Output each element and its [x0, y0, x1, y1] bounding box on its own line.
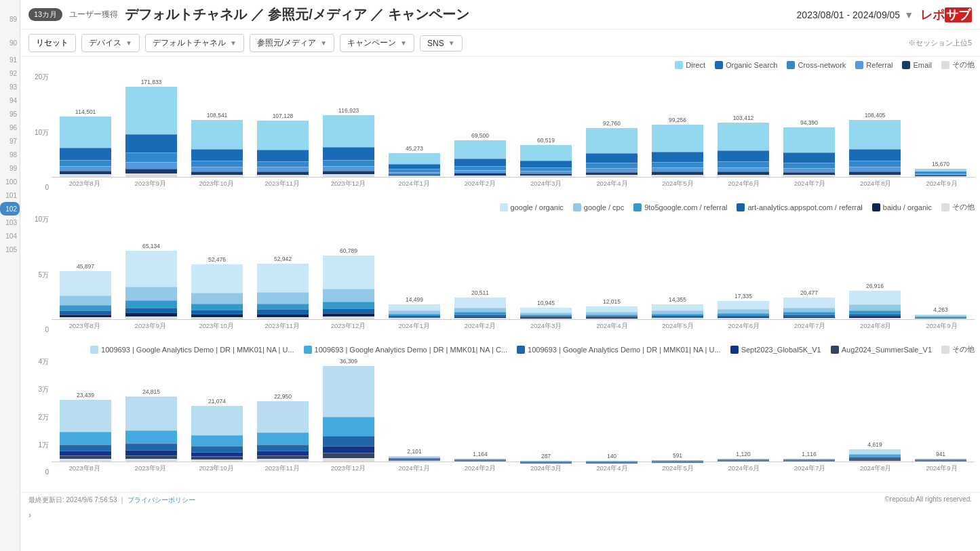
bar-stack[interactable] — [125, 251, 178, 319]
bar-stack[interactable] — [454, 298, 507, 319]
bar-stack[interactable] — [849, 120, 901, 177]
campaign-filter[interactable]: キャンペーン ▼ — [340, 34, 414, 52]
bar-stack[interactable] — [849, 449, 901, 462]
referral-filter[interactable]: 参照元/メディア ▼ — [250, 34, 334, 52]
campaign-arrow: ▼ — [400, 39, 407, 47]
bar-stack[interactable] — [125, 87, 178, 177]
bar-stack[interactable] — [586, 461, 638, 462]
line-101: 101 — [0, 188, 20, 202]
bar-stack[interactable] — [718, 123, 770, 177]
bar-stack[interactable] — [60, 271, 112, 319]
bar-stack[interactable] — [257, 401, 309, 462]
bar-stack[interactable] — [520, 308, 572, 319]
baidu-label: baidu / organic — [883, 203, 932, 211]
bar-group: 52,942 — [250, 256, 315, 319]
bar-stack[interactable] — [520, 145, 572, 177]
bar-stack[interactable] — [191, 406, 243, 462]
bar-stack[interactable] — [389, 456, 441, 462]
bar-stack[interactable] — [191, 264, 243, 319]
bar-segment — [323, 160, 375, 167]
bar-stack[interactable] — [915, 169, 967, 177]
bar-value-label: 591 — [673, 452, 682, 459]
x-axis-label: 2023年8月 — [52, 464, 117, 473]
bar-stack[interactable] — [783, 127, 836, 177]
device-filter[interactable]: デバイス ▼ — [81, 34, 140, 52]
x-axis-label: 2024年5月 — [645, 322, 711, 331]
x-axis-label: 2023年9月 — [117, 180, 183, 188]
campaign3-label: 1009693 | Google Analytics Demo | DR | M… — [528, 346, 721, 354]
bar-group: 92,760 — [579, 120, 644, 177]
bar-stack[interactable] — [389, 304, 441, 319]
expand-arrow[interactable]: › — [20, 508, 980, 523]
legend-google-organic: google / organic — [500, 203, 564, 211]
bar-stack[interactable] — [849, 291, 901, 319]
bar-stack[interactable] — [783, 298, 836, 319]
bar-segment — [257, 459, 309, 462]
bar-value-label: 140 — [607, 453, 616, 460]
legend-other1: その他 — [941, 60, 975, 70]
privacy-link[interactable]: プライバシーポリシー — [128, 496, 195, 504]
bar-stack[interactable] — [125, 396, 178, 462]
chart3-body: 4万 3万 2万 1万 0 23,43924,81521,07422,95036… — [26, 357, 975, 476]
bar-group: 103,412 — [711, 115, 776, 177]
bar-stack[interactable] — [586, 128, 638, 177]
line-100: 100 — [0, 175, 20, 188]
chart1-yaxis: 20万 10万 0 — [26, 73, 52, 191]
bar-segment — [718, 150, 770, 161]
x-axis-label: 2024年3月 — [513, 464, 579, 473]
bar-group: 21,074 — [184, 398, 250, 462]
bar-segment — [323, 115, 375, 147]
bar-group: 26,916 — [842, 283, 907, 319]
bar-segment — [125, 430, 178, 443]
line-90: 90 — [0, 33, 20, 53]
bar-stack[interactable] — [915, 459, 967, 462]
bar-stack[interactable] — [586, 306, 638, 319]
bar-stack[interactable] — [718, 459, 770, 462]
bar-stack[interactable] — [718, 301, 770, 319]
bar-stack[interactable] — [191, 120, 243, 177]
reset-button[interactable]: リセット — [28, 34, 76, 52]
bar-segment — [389, 304, 441, 311]
bar-stack[interactable] — [652, 460, 704, 462]
bar-segment — [783, 318, 836, 319]
x-axis-label: 2023年8月 — [52, 180, 117, 188]
bar-group: 36,309 — [316, 358, 381, 462]
bar-group: 69,500 — [448, 132, 513, 177]
bar-stack[interactable] — [454, 459, 507, 462]
bar-segment — [191, 435, 243, 446]
bar-group: 107,128 — [250, 113, 315, 177]
date-dropdown-arrow[interactable]: ▼ — [904, 9, 914, 20]
bar-stack[interactable] — [652, 304, 704, 319]
bar-segment — [257, 150, 309, 161]
bar-stack[interactable] — [783, 459, 836, 462]
sns-arrow: ▼ — [448, 39, 455, 47]
sept2023-color — [730, 346, 739, 354]
chart2-legend: google / organic google / cpc 9to5google… — [26, 202, 975, 212]
bar-stack[interactable] — [520, 461, 572, 462]
bar-stack[interactable] — [60, 400, 112, 462]
bar-value-label: 15,670 — [932, 161, 949, 167]
bar-group: 140 — [579, 453, 644, 462]
bar-stack[interactable] — [915, 314, 967, 319]
x-axis-label: 2024年8月 — [843, 322, 909, 331]
bar-stack[interactable] — [323, 256, 375, 319]
bar-stack[interactable] — [323, 366, 375, 462]
bar-stack[interactable] — [652, 125, 704, 177]
bar-segment — [125, 459, 178, 462]
sns-filter[interactable]: SNS ▼ — [420, 35, 463, 52]
bar-segment — [520, 145, 572, 161]
x-axis-label: 2023年11月 — [250, 464, 315, 473]
bar-stack[interactable] — [454, 140, 507, 177]
bar-stack[interactable] — [257, 121, 309, 177]
bar-segment — [191, 317, 243, 319]
bar-stack[interactable] — [389, 153, 441, 177]
default-channel-filter[interactable]: デフォルトチャネル ▼ — [145, 34, 244, 52]
user-label: ユーザー獲得 — [69, 9, 118, 20]
bar-stack[interactable] — [60, 117, 112, 177]
bar-stack[interactable] — [257, 264, 309, 319]
device-arrow: ▼ — [125, 39, 132, 47]
x-axis-label: 2024年5月 — [645, 464, 711, 473]
legend-organic-search: Organic Search — [715, 61, 777, 69]
bar-group: 4,619 — [842, 441, 907, 462]
bar-stack[interactable] — [323, 115, 375, 177]
